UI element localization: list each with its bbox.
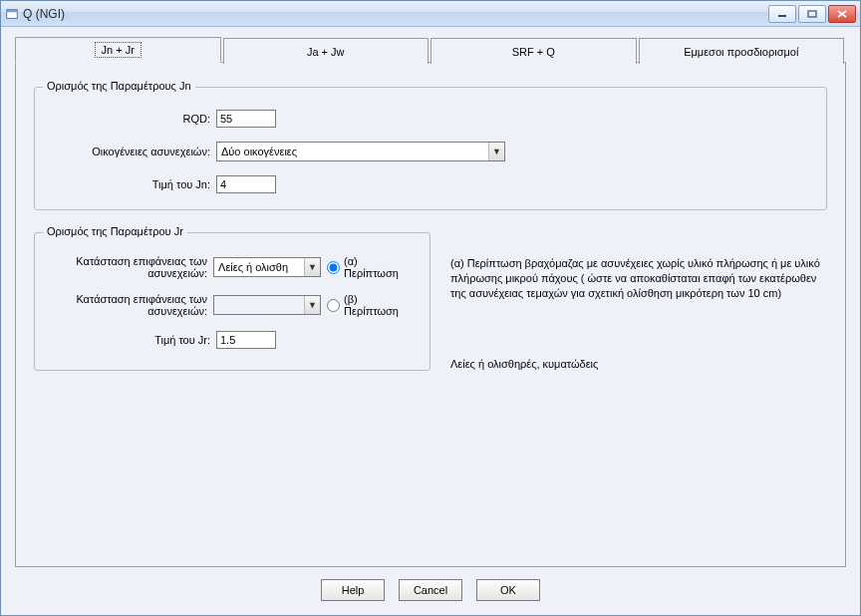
help-button-label: Help	[342, 584, 365, 596]
jn-value-row: Τιμή του Jn:	[51, 175, 810, 193]
families-select[interactable]: Δύο οικογένειες ▼	[216, 142, 505, 161]
cancel-button-label: Cancel	[414, 584, 447, 596]
jr-value-input[interactable]	[216, 331, 276, 349]
surface-description: Λείες ή ολισθηρές, κυματώδεις	[450, 357, 827, 372]
jr-legend: Ορισμός της Παραμέτρου Jr	[43, 225, 187, 237]
surface-b-select[interactable]: ▼	[213, 295, 321, 315]
case-b-radio-label: (β) Περίπτωση	[344, 293, 414, 317]
help-button[interactable]: Help	[321, 579, 385, 601]
surface-a-label: Κατάσταση επιφάνειας των ασυνεχειών:	[51, 255, 207, 279]
tab-strip: Jn + Jr Ja + Jw SRF + Q Εμμεσοι προσδιορ…	[15, 37, 846, 63]
jr-section: Ορισμός της Παραμέτρου Jr Κατάσταση επιφ…	[34, 232, 827, 371]
client-area: Jn + Jr Ja + Jw SRF + Q Εμμεσοι προσδιορ…	[1, 27, 860, 615]
titlebar[interactable]: Q (NGI)	[1, 1, 860, 27]
chevron-down-icon: ▼	[304, 258, 320, 276]
jr-side-notes: (α) Περίπτωση βραχόμαζας με ασυνέχειες χ…	[450, 232, 827, 371]
jn-value-label: Τιμή του Jn:	[51, 178, 210, 190]
rqd-row: RQD:	[51, 110, 810, 128]
tab-indirect[interactable]: Εμμεσοι προσδιορισμοί	[639, 38, 845, 64]
tab-label: Ja + Jw	[303, 46, 349, 58]
surface-b-row: Κατάσταση επιφάνειας των ασυνεχειών: ▼ (…	[51, 293, 414, 317]
app-icon	[5, 7, 19, 21]
rqd-input[interactable]	[216, 110, 276, 128]
jr-value-row: Τιμή του Jr:	[51, 331, 414, 349]
window-buttons	[768, 5, 856, 23]
tab-ja-jw[interactable]: Ja + Jw	[223, 38, 430, 64]
jr-value-label: Τιμή του Jr:	[51, 334, 210, 346]
tab-label: SRF + Q	[508, 46, 559, 58]
ok-button[interactable]: OK	[476, 579, 540, 601]
surface-a-select[interactable]: Λείες ή ολισθη ▼	[213, 257, 321, 277]
tab-body: Ορισμός της Παραμέτρους Jn RQD: Οικογένε…	[15, 63, 846, 567]
rqd-label: RQD:	[51, 113, 210, 125]
families-value: Δύο οικογένειες	[217, 143, 488, 160]
tab-srf-q[interactable]: SRF + Q	[430, 38, 637, 64]
jr-groupbox: Ορισμός της Παραμέτρου Jr Κατάσταση επιφ…	[34, 232, 430, 371]
case-a-radio-label: (α) Περίπτωση	[344, 255, 414, 279]
families-row: Οικογένειες ασυνεχειών: Δύο οικογένειες …	[51, 142, 810, 161]
surface-b-value	[214, 296, 304, 314]
surface-a-value: Λείες ή ολισθη	[214, 258, 304, 276]
svg-rect-3	[808, 11, 816, 17]
case-b-radio[interactable]: (β) Περίπτωση	[327, 293, 414, 317]
jn-legend: Ορισμός της Παραμέτρους Jn	[43, 80, 195, 92]
dialog-buttons: Help Cancel OK	[15, 567, 846, 607]
case-b-radio-input[interactable]	[327, 299, 340, 312]
close-button[interactable]	[828, 5, 856, 23]
chevron-down-icon: ▼	[488, 143, 504, 160]
jn-value-input[interactable]	[216, 175, 276, 193]
ok-button-label: OK	[500, 584, 516, 596]
jn-groupbox: Ορισμός της Παραμέτρους Jn RQD: Οικογένε…	[34, 87, 827, 210]
case-a-radio[interactable]: (α) Περίπτωση	[327, 255, 414, 279]
tab-label: Εμμεσοι προσδιορισμοί	[680, 46, 802, 58]
surface-a-row: Κατάσταση επιφάνειας των ασυνεχειών: Λεί…	[51, 255, 414, 279]
chevron-down-icon: ▼	[304, 296, 320, 314]
tab-jn-jr[interactable]: Jn + Jr	[15, 37, 221, 63]
tab-label: Jn + Jr	[95, 42, 142, 58]
families-label: Οικογένειες ασυνεχειών:	[51, 146, 210, 157]
svg-rect-1	[7, 9, 18, 12]
case-a-note: (α) Περίπτωση βραχόμαζας με ασυνέχειες χ…	[450, 256, 827, 301]
cancel-button[interactable]: Cancel	[399, 579, 462, 601]
maximize-button[interactable]	[798, 5, 826, 23]
window-frame: Q (NGI) Jn + Jr Ja + Jw SRF + Q	[0, 0, 861, 616]
window-title: Q (NGI)	[23, 7, 768, 21]
case-a-radio-input[interactable]	[327, 261, 340, 274]
minimize-button[interactable]	[768, 5, 796, 23]
surface-b-label: Κατάσταση επιφάνειας των ασυνεχειών:	[51, 293, 207, 317]
